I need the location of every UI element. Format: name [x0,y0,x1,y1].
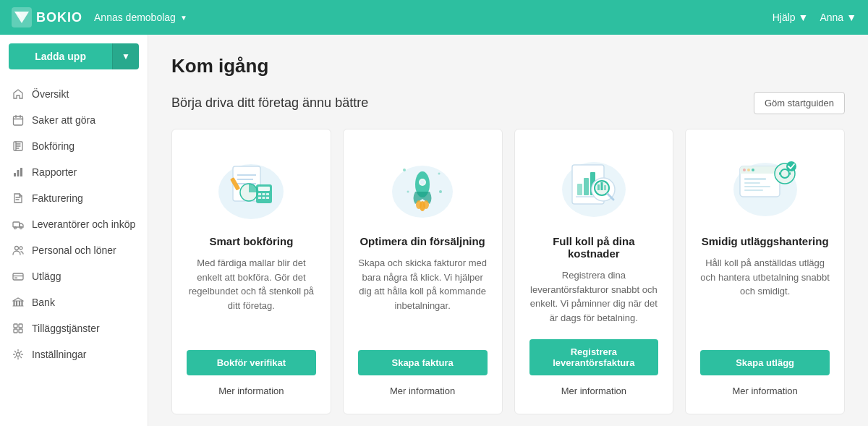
card-bokforing-title: Smart bokföring [209,235,293,247]
svg-rect-65 [744,178,766,180]
user-menu[interactable]: Anna ▼ [820,12,856,23]
hide-guide-button[interactable]: Göm startguiden [754,92,845,114]
sidebar-label-bank: Bank [32,297,55,308]
sidebar-item-rapporter[interactable]: Rapporter [0,159,148,185]
svg-rect-49 [584,178,589,195]
sidebar-item-bokforing[interactable]: Bokföring [0,133,148,159]
section-subtitle: Börja driva ditt företag ännu bättre [171,95,368,111]
illustration-forsaljning [379,150,466,222]
sidebar-label-installningar: Inställningar [32,349,87,360]
logo-text: BOKIO [36,10,82,25]
card-utlagg-title: Smidig utläggshantering [702,235,829,247]
logo: BOKIO [12,7,82,27]
file-icon [12,192,25,205]
topbar-right: Hjälp ▼ Anna ▼ [773,12,856,23]
grid-icon [12,322,25,335]
card-forsaljning-link[interactable]: Mer information [390,385,455,396]
sidebar-label-oversikt: Översikt [32,88,69,100]
card-kostnader-link[interactable]: Mer information [561,385,626,396]
sidebar-label-personal: Personal och löner [32,244,116,256]
bokio-logo-icon [12,7,32,27]
bank-icon [12,296,25,309]
sidebar-label-fakturering: Fakturering [32,192,83,204]
svg-point-63 [747,169,750,171]
credit-card-icon [12,270,25,283]
svg-rect-31 [258,197,261,199]
svg-rect-27 [258,187,270,191]
sidebar-item-personal[interactable]: Personal och löner [0,237,148,263]
user-label: Anna [820,12,843,23]
card-kostnader-desc: Registrera dina leverantörsfakturor snab… [529,268,659,325]
svg-rect-8 [13,222,20,227]
svg-point-9 [14,227,17,229]
upload-button-group: Ladda upp ▼ [9,43,139,69]
sidebar-label-tillaggstjanster: Tilläggstjänster [32,323,100,334]
card-kostnader: Full koll på dina kostnader Registrera d… [514,129,674,414]
svg-rect-13 [13,273,23,280]
svg-rect-28 [258,193,261,195]
svg-point-11 [15,247,19,250]
svg-rect-30 [266,193,269,195]
sidebar-item-leverantorer[interactable]: Leverantörer och inköp [0,211,148,237]
svg-point-41 [423,200,429,209]
home-icon [12,88,25,101]
svg-point-64 [752,169,754,171]
svg-rect-3 [14,116,23,125]
company-name: Annas demobolag [94,12,176,23]
svg-rect-18 [19,329,22,333]
sidebar-item-tillaggstjanster[interactable]: Tilläggstjänster [0,315,148,341]
svg-point-42 [403,169,406,171]
card-kostnader-button[interactable]: Registrera leverantörsfaktura [529,339,659,375]
sidebar-item-saker[interactable]: Saker att göra [0,107,148,133]
sidebar-label-leverantorer: Leverantörer och inköp [32,218,135,230]
users-icon [12,244,25,257]
card-bokforing-link[interactable]: Mer information [218,385,284,396]
sidebar-item-oversikt[interactable]: Översikt [0,81,148,107]
svg-rect-55 [600,182,603,190]
svg-rect-54 [597,184,600,190]
truck-icon [12,218,25,231]
main-content: Kom igång Börja driva ditt företag ännu … [148,35,868,426]
svg-rect-33 [266,197,269,199]
svg-rect-29 [263,193,265,195]
sidebar-label-utlagg: Utlägg [32,270,61,282]
illustration-kostnader [550,150,637,222]
card-forsaljning-button[interactable]: Skapa faktura [358,350,488,375]
sidebar-label-rapporter: Rapporter [32,166,77,178]
svg-point-72 [786,161,796,171]
card-utlagg: Smidig utläggshantering Håll koll på ans… [685,129,845,414]
card-forsaljning-title: Optimera din försäljning [359,235,485,247]
card-forsaljning: Optimera din försäljning Skapa och skick… [343,129,503,414]
svg-rect-16 [19,324,22,328]
svg-point-38 [420,180,425,184]
card-bokforing: Smart bokföring Med färdiga mallar blir … [171,129,331,414]
svg-rect-6 [17,170,20,176]
card-forsaljning-desc: Skapa och skicka fakturor med bara några… [358,256,488,336]
book-icon [12,140,25,153]
svg-rect-7 [20,168,22,176]
help-menu[interactable]: Hjälp ▼ [773,12,809,23]
svg-point-10 [20,227,22,229]
svg-rect-15 [14,324,17,328]
upload-dropdown-button[interactable]: ▼ [112,43,139,69]
company-selector[interactable]: Annas demobolag ▼ [94,12,187,23]
illustration-bokforing [208,150,294,222]
card-utlagg-link[interactable]: Mer information [732,385,797,396]
svg-point-43 [438,172,441,174]
help-caret-icon: ▼ [799,12,809,23]
upload-button[interactable]: Ladda upp [9,43,112,69]
svg-rect-5 [14,173,16,176]
sidebar-item-utlagg[interactable]: Utlägg [0,263,148,289]
sidebar: Ladda upp ▼ Översikt Saker att göra Bokf… [0,35,148,426]
svg-point-12 [20,247,22,250]
card-utlagg-button[interactable]: Skapa utlägg [700,350,830,375]
card-bokforing-button[interactable]: Bokför verifikat [187,350,316,375]
sidebar-item-fakturering[interactable]: Fakturering [0,185,148,211]
sidebar-label-saker: Saker att göra [32,114,95,126]
sidebar-label-bokforing: Bokföring [32,140,75,152]
card-bokforing-desc: Med färdiga mallar blir det enkelt att b… [187,256,316,336]
sidebar-item-installningar[interactable]: Inställningar [0,341,148,367]
svg-rect-67 [744,186,770,187]
svg-point-62 [743,169,746,171]
sidebar-item-bank[interactable]: Bank [0,289,148,315]
